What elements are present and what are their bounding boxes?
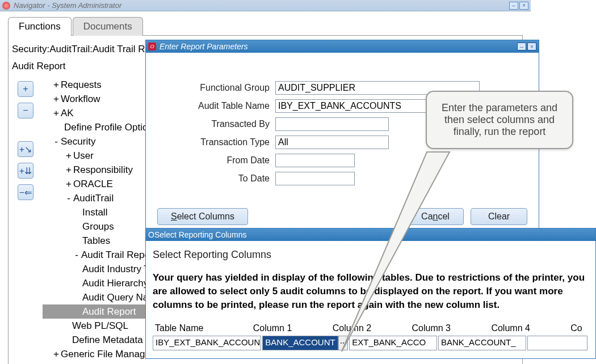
- hdr-column-4: Column 4: [489, 322, 568, 335]
- close-icon[interactable]: ×: [519, 2, 528, 10]
- expand-button[interactable]: +: [18, 81, 33, 97]
- callout-tail-icon: [336, 147, 461, 357]
- params-titlebar: O Enter Report Parameters – ×: [146, 40, 539, 53]
- navigator-title: Navigator - System Administrator: [14, 1, 121, 10]
- hdr-table-name: Table Name: [153, 322, 251, 335]
- label-audit-table-name: Audit Table Name: [157, 101, 275, 111]
- arrow-down-right-icon: +↘: [19, 144, 32, 155]
- oracle-icon: O: [148, 43, 156, 50]
- navigator-titlebar: Navigator - System Administrator – ×: [0, 0, 531, 11]
- hdr-column-1: Column 1: [251, 322, 330, 335]
- cell-column-1[interactable]: BANK_ACCOUNT: [262, 336, 338, 350]
- minimize-icon[interactable]: –: [509, 2, 518, 10]
- select-columns-button[interactable]: Select Columns: [157, 208, 248, 225]
- callout-bubble: Enter the parameters and then select col…: [426, 91, 573, 149]
- tab-documents[interactable]: Documents: [73, 17, 143, 36]
- oracle-icon: O: [148, 230, 154, 239]
- cell-column-4[interactable]: [527, 336, 587, 350]
- label-from-date: From Date: [157, 155, 275, 166]
- hdr-column-5: Co: [568, 322, 589, 335]
- plus-icon: +: [23, 84, 28, 94]
- tree-button-column: + − +↘ +⇊ −⇐: [9, 78, 43, 361]
- clear-button[interactable]: Clear: [471, 208, 527, 225]
- label-functional-group: Functional Group: [157, 83, 275, 93]
- navigator-tabs: Functions Documents: [0, 11, 531, 36]
- arrow-multi-icon: +⇊: [19, 166, 32, 176]
- cols-title: Select Reporting Columns: [154, 230, 247, 239]
- label-transaction-type: Transaction Type: [157, 137, 275, 147]
- move-multi-button[interactable]: +⇊: [18, 163, 33, 179]
- params-close-icon[interactable]: ×: [527, 43, 536, 50]
- callout-text: Enter the parameters and then select col…: [442, 102, 557, 137]
- cell-table-name[interactable]: IBY_EXT_BANK_ACCOUN: [153, 336, 261, 350]
- label-to-date: To Date: [157, 173, 275, 184]
- params-title: Enter Report Parameters: [160, 42, 248, 51]
- collapse-button[interactable]: −: [18, 103, 33, 118]
- svg-marker-0: [342, 152, 450, 352]
- params-minimize-icon[interactable]: –: [517, 43, 526, 50]
- app-icon: [2, 2, 10, 10]
- move-right-button[interactable]: +↘: [18, 141, 33, 157]
- tab-functions[interactable]: Functions: [8, 17, 72, 36]
- move-left-button[interactable]: −⇐: [18, 184, 33, 200]
- minus-icon: −: [23, 105, 28, 116]
- transacted-by-input[interactable]: [275, 117, 389, 131]
- arrow-left-icon: −⇐: [19, 187, 32, 198]
- label-transacted-by: Transacted By: [157, 119, 275, 129]
